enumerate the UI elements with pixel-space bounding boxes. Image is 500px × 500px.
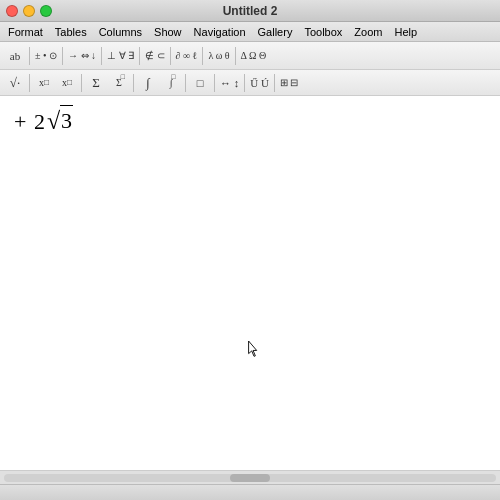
minimize-button[interactable] <box>23 5 35 17</box>
greek2-button[interactable]: Δ Ω Θ <box>239 45 269 67</box>
document-content: + 2 √3 <box>0 96 500 148</box>
toolbar-row2: √· x□ x□ Σ Σ□ ∫ ∫□ □ ↔ ↕ Ű Ú ⊞ ⊟ <box>0 70 500 96</box>
radicand: 3 <box>60 105 73 137</box>
box-button[interactable]: □ <box>189 72 211 94</box>
calculus-button[interactable]: ∂ ∞ ℓ <box>174 45 200 67</box>
superscript-button[interactable]: x□ <box>33 72 55 94</box>
menu-toolbox[interactable]: Toolbox <box>298 25 348 39</box>
sep10 <box>133 74 134 92</box>
integral-limits-button[interactable]: ∫□ <box>160 72 182 94</box>
math-expression: + 2 √3 <box>14 106 73 138</box>
menu-gallery[interactable]: Gallery <box>252 25 299 39</box>
document-area[interactable]: + 2 √3 <box>0 96 500 470</box>
matrix-button[interactable]: ⊞ ⊟ <box>278 72 301 94</box>
scroll-thumb[interactable] <box>230 474 270 482</box>
radical-symbol: √ <box>47 109 60 133</box>
maximize-button[interactable] <box>40 5 52 17</box>
sep13 <box>244 74 245 92</box>
integral-button[interactable]: ∫ <box>137 72 159 94</box>
set-ops-button[interactable]: ∉ ⊂ <box>143 45 167 67</box>
coefficient: 2 <box>28 107 45 138</box>
sum-button[interactable]: Σ <box>85 72 107 94</box>
sep11 <box>185 74 186 92</box>
svg-marker-0 <box>249 341 257 356</box>
menu-help[interactable]: Help <box>388 25 423 39</box>
sep3 <box>101 47 102 65</box>
menu-zoom[interactable]: Zoom <box>348 25 388 39</box>
sqrt-button[interactable]: √· <box>4 72 26 94</box>
arrows-button[interactable]: → ⇔ ↓ <box>66 45 98 67</box>
sqrt-radical: √3 <box>47 106 73 138</box>
menu-format[interactable]: Format <box>2 25 49 39</box>
scroll-track[interactable] <box>4 474 496 482</box>
arrows2-button[interactable]: ↔ ↕ <box>218 72 241 94</box>
plus-sign: + <box>14 107 26 138</box>
sep9 <box>81 74 82 92</box>
sep1 <box>29 47 30 65</box>
sep5 <box>170 47 171 65</box>
menu-tables[interactable]: Tables <box>49 25 93 39</box>
sep7 <box>235 47 236 65</box>
menu-show[interactable]: Show <box>148 25 188 39</box>
scrollbar-area <box>0 470 500 484</box>
mouse-cursor <box>248 341 260 359</box>
sep2 <box>62 47 63 65</box>
logic-button[interactable]: ⊥ ∀ ∃ <box>105 45 136 67</box>
subscript-button[interactable]: x□ <box>56 72 78 94</box>
menu-bar: Format Tables Columns Show Navigation Ga… <box>0 22 500 42</box>
sep14 <box>274 74 275 92</box>
sum-limits-button[interactable]: Σ□ <box>108 72 130 94</box>
status-bar <box>0 484 500 500</box>
sep8 <box>29 74 30 92</box>
close-button[interactable] <box>6 5 18 17</box>
window-controls <box>6 5 52 17</box>
sep4 <box>139 47 140 65</box>
menu-columns[interactable]: Columns <box>93 25 148 39</box>
diacritics-button[interactable]: Ű Ú <box>248 72 271 94</box>
app-window: Untitled 2 Format Tables Columns Show Na… <box>0 0 500 500</box>
text-mode-button[interactable]: ab <box>4 45 26 67</box>
greek-button[interactable]: λ ω θ <box>206 45 231 67</box>
binary-ops-button[interactable]: ± • ⊙ <box>33 45 59 67</box>
window-title: Untitled 2 <box>223 4 278 18</box>
toolbar-row1: ab ± • ⊙ → ⇔ ↓ ⊥ ∀ ∃ ∉ ⊂ ∂ ∞ ℓ λ ω θ Δ Ω… <box>0 42 500 70</box>
sep12 <box>214 74 215 92</box>
title-bar: Untitled 2 <box>0 0 500 22</box>
sep6 <box>202 47 203 65</box>
menu-navigation[interactable]: Navigation <box>188 25 252 39</box>
